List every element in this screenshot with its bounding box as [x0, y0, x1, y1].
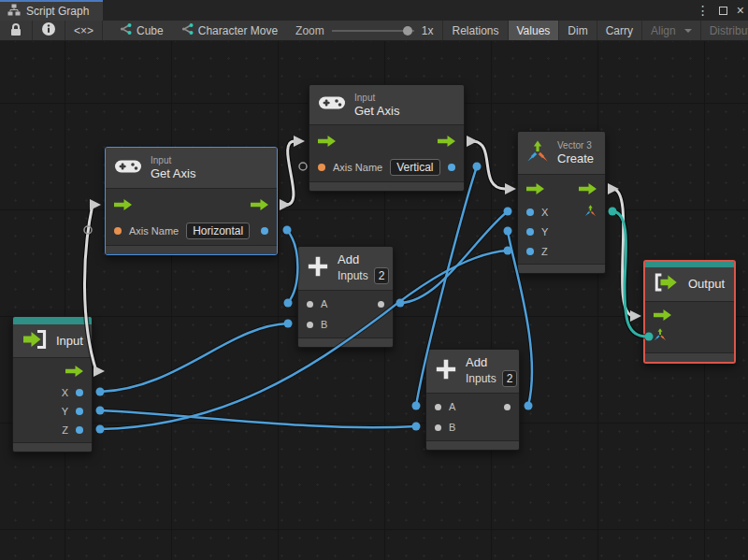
script-graph-asset-icon	[119, 23, 132, 37]
info-button[interactable]	[33, 21, 65, 40]
node-header[interactable]: Add Inputs 2	[298, 247, 393, 291]
value-output-port[interactable]	[448, 164, 455, 171]
axis-name-field[interactable]: Horizontal	[186, 223, 250, 239]
port-label: Y	[62, 406, 68, 417]
node-get-axis-horizontal[interactable]: Input Get Axis Axis Name Horizontal	[105, 147, 278, 255]
node-header[interactable]: Input Get Axis	[106, 148, 277, 189]
plus-icon	[307, 255, 329, 281]
info-icon	[41, 22, 56, 39]
string-input-port[interactable]	[114, 227, 122, 235]
z-input-port[interactable]	[526, 248, 534, 255]
values-button[interactable]: Values	[509, 21, 560, 40]
node-graph-input[interactable]: Input X Y Z	[12, 316, 93, 452]
node-add-1[interactable]: Add Inputs 2 A B	[297, 246, 394, 348]
breadcrumb-label: Character Move	[198, 24, 278, 37]
flow-out-port[interactable]	[65, 364, 83, 381]
lock-button[interactable]	[0, 21, 33, 40]
close-icon[interactable]: ×	[737, 0, 744, 21]
flow-in-port[interactable]	[526, 181, 544, 198]
string-input-port[interactable]	[318, 164, 325, 171]
carry-button[interactable]: Carry	[597, 21, 642, 40]
value-output-port[interactable]	[261, 227, 268, 235]
script-graph-asset-icon	[180, 23, 194, 37]
code-preview-button[interactable]: <×>	[65, 21, 103, 40]
flow-in-port[interactable]	[318, 134, 336, 151]
plus-icon	[435, 358, 457, 384]
tab-script-graph[interactable]: Script Graph	[0, 0, 103, 21]
port-label: Axis Name	[333, 162, 382, 173]
inputs-count-field[interactable]: 2	[374, 267, 390, 284]
button-label: Carry	[606, 24, 633, 37]
align-dropdown: Align	[642, 21, 701, 40]
port-label: Y	[541, 226, 548, 237]
port-label: A	[449, 401, 455, 412]
node-title: Create	[557, 151, 594, 166]
port-label: Z	[62, 424, 68, 436]
node-header[interactable]: Vector 3 Create	[518, 132, 605, 175]
node-title: Get Axis	[151, 166, 195, 181]
maximize-icon[interactable]	[719, 7, 727, 15]
node-header[interactable]: Output	[645, 267, 734, 302]
node-header[interactable]: Input	[13, 324, 92, 358]
toolbar-spacer	[103, 21, 110, 40]
node-header[interactable]: Input Get Axis	[309, 85, 464, 125]
flow-out-port[interactable]	[438, 134, 455, 151]
sum-output-port[interactable]	[504, 404, 511, 410]
node-footer	[106, 245, 277, 254]
x-input-port[interactable]	[526, 208, 534, 216]
node-title: Get Axis	[354, 104, 399, 119]
zoom-slider-knob[interactable]	[403, 26, 412, 36]
vector3-output-port[interactable]	[584, 204, 597, 221]
vector3-input-port[interactable]	[654, 328, 667, 345]
node-graph-output[interactable]: Output	[643, 260, 736, 364]
relations-button[interactable]: Relations	[443, 21, 508, 40]
button-label: Dim	[568, 24, 587, 37]
button-label: Values	[517, 24, 551, 37]
y-output-port[interactable]	[76, 408, 83, 415]
node-footer	[426, 440, 519, 450]
gamepad-icon	[114, 157, 142, 179]
input-b-port[interactable]	[435, 424, 441, 431]
flow-in-port[interactable]	[654, 308, 671, 324]
chevron-down-icon	[684, 29, 692, 33]
z-output-port[interactable]	[76, 426, 83, 434]
node-get-axis-vertical[interactable]: Input Get Axis Axis Name Vertical	[309, 84, 465, 192]
input-a-port[interactable]	[435, 404, 441, 410]
port-label: Axis Name	[129, 225, 179, 237]
x-output-port[interactable]	[76, 389, 83, 396]
zoom-control: Zoom 1x	[286, 21, 443, 40]
inputs-count-field[interactable]: 2	[502, 370, 518, 387]
port-label: X	[62, 387, 68, 398]
sum-output-port[interactable]	[378, 301, 384, 308]
node-footer	[518, 264, 605, 273]
breadcrumb-character-move[interactable]: Character Move	[172, 21, 286, 40]
port-label: B	[449, 422, 455, 433]
graph-canvas[interactable]: Input Get Axis Axis Name Vertical	[0, 41, 748, 560]
breadcrumb-cube[interactable]: Cube	[110, 21, 172, 40]
input-a-port[interactable]	[307, 301, 313, 308]
tab-bar: Script Graph ⋮ ×	[0, 0, 748, 21]
graph-input-icon	[22, 329, 48, 353]
tab-title: Script Graph	[26, 5, 89, 18]
input-b-port[interactable]	[307, 322, 313, 328]
node-footer	[13, 442, 92, 452]
zoom-value: 1x	[422, 24, 434, 37]
distribute-dropdown: Distribute	[701, 21, 748, 40]
flow-in-port[interactable]	[114, 197, 132, 214]
node-footer	[645, 352, 734, 362]
flow-out-port[interactable]	[579, 181, 597, 198]
y-input-port[interactable]	[526, 228, 534, 236]
dim-button[interactable]: Dim	[559, 21, 597, 40]
node-header[interactable]: Add Inputs 2	[426, 350, 519, 394]
flow-out-port[interactable]	[251, 197, 268, 214]
node-add-2[interactable]: Add Inputs 2 A B	[425, 349, 520, 451]
script-graph-icon	[7, 4, 21, 19]
breadcrumb-label: Cube	[137, 24, 164, 37]
axis-name-field[interactable]: Vertical	[390, 159, 439, 176]
node-footer	[298, 337, 393, 347]
kebab-menu-icon[interactable]: ⋮	[697, 0, 710, 21]
node-vector3-create[interactable]: Vector 3 Create X	[517, 131, 606, 274]
zoom-slider[interactable]	[332, 21, 414, 41]
port-label: Z	[541, 246, 548, 257]
button-label: Relations	[452, 24, 498, 37]
